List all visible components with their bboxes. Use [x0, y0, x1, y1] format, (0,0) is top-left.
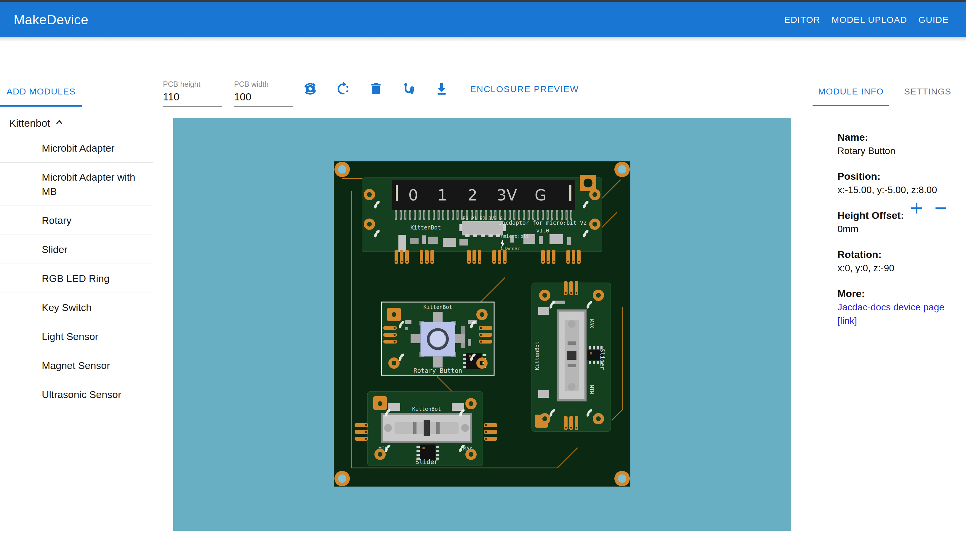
module-item-rotary[interactable]: Rotary [0, 205, 153, 235]
pcb-height-label: PCB height [163, 80, 222, 89]
jacdac-connector-block [462, 221, 503, 235]
flip-camera-rotate-icon [302, 81, 318, 97]
window-chrome-strip [0, 0, 966, 2]
microbit-edge-connector [392, 180, 575, 210]
brand-label-adapter: KittenBot [411, 224, 441, 231]
module-item-light-sensor[interactable]: Light Sensor [0, 322, 153, 351]
pin-labels: P0 P1 P2 3V3 G [463, 215, 503, 221]
app-nav: EDITOR MODEL UPLOAD GUIDE [784, 15, 949, 25]
adapter-version: v1.0 [536, 227, 549, 234]
svg-text:2: 2 [467, 186, 477, 204]
rotation-value: x:0, y:0, z:-90 [838, 261, 948, 275]
svg-text:1: 1 [437, 186, 447, 204]
tab-add-modules[interactable]: ADD MODULES [0, 77, 82, 105]
delete-button[interactable] [368, 81, 384, 97]
pcb-width-input[interactable] [234, 91, 293, 107]
height-offset-value: 0mm [838, 222, 948, 236]
enclosure-preview-button[interactable]: ENCLOSURE PREVIEW [470, 84, 579, 94]
app-bar-shadow [0, 37, 966, 42]
app-title: MakeDevice [14, 12, 89, 28]
tab-settings[interactable]: SETTINGS [889, 77, 966, 105]
jacdac-docs-link[interactable]: Jacdac-docs device page [link] [838, 300, 948, 328]
vslider-module-label: Slider [599, 348, 606, 370]
route-icon [401, 81, 417, 97]
svg-text:3V: 3V [497, 186, 517, 204]
microbit-direction-label: ↑micro:bit [500, 233, 529, 239]
brand-label-vslider: KittenBot [534, 341, 540, 370]
plus-icon [909, 201, 924, 215]
height-offset-decrease-button[interactable] [933, 201, 948, 215]
name-label: Name: [838, 130, 948, 144]
pcb-canvas[interactable]: 0 1 2 3V G P0 P1 P2 3V3 G KittenBot Jacd… [173, 118, 791, 531]
rotate-right-icon [335, 81, 351, 97]
svg-text:0: 0 [408, 186, 418, 204]
module-item-rgb-led-ring[interactable]: RGB LED Ring [0, 264, 153, 292]
module-info-panel: Name: Rotary Button Position: x:-15.00, … [838, 130, 948, 339]
module-item-magnet-sensor[interactable]: Magnet Sensor [0, 351, 153, 379]
download-button[interactable] [434, 81, 450, 97]
minus-icon [933, 201, 948, 215]
app-bar: MakeDevice EDITOR MODEL UPLOAD GUIDE [0, 2, 966, 37]
chevron-up-icon [55, 117, 64, 129]
adapter-title: Jacdaptor for micro:bit V2 [499, 220, 586, 226]
rotate-view-button[interactable] [335, 81, 351, 97]
module-item-microbit-adapter-mb[interactable]: Microbit Adapter with MB [0, 162, 153, 205]
trash-icon [368, 81, 384, 97]
height-offset-stepper [909, 201, 948, 215]
more-label: More: [838, 287, 948, 300]
name-value: Rotary Button [838, 144, 948, 158]
module-group-label: Kittenbot [9, 117, 50, 129]
add-modules-tab-indicator [0, 105, 82, 107]
pcb-height-field: PCB height [163, 80, 222, 107]
module-info-tab-indicator [813, 105, 889, 106]
pcb-width-label: PCB width [234, 80, 293, 89]
rotation-label: Rotation: [838, 248, 948, 261]
module-item-ultrasonic-sensor[interactable]: Ultrasonic Sensor [0, 379, 153, 409]
pcb-height-input[interactable] [163, 91, 222, 107]
slider-vertical-body [557, 309, 586, 401]
app-root: MakeDevice EDITOR MODEL UPLOAD GUIDE ADD… [0, 0, 966, 560]
nav-model-upload[interactable]: MODEL UPLOAD [831, 15, 907, 25]
route-traces-button[interactable] [401, 81, 417, 97]
vslider-min-label: MIN [588, 385, 595, 394]
rotate-module-button[interactable] [302, 81, 318, 97]
module-item-slider[interactable]: Slider [0, 235, 153, 264]
position-label: Position: [838, 169, 948, 183]
nav-guide[interactable]: GUIDE [918, 15, 949, 25]
svg-text:G: G [535, 186, 547, 204]
position-value: x:-15.00, y:-5.00, z:8.00 [838, 183, 948, 197]
module-list: Microbit Adapter Microbit Adapter with M… [0, 134, 153, 409]
pcb-width-field: PCB width [234, 80, 293, 107]
brand-label-rotary: KittenBot [423, 304, 452, 310]
module-item-key-switch[interactable]: Key Switch [0, 292, 153, 322]
slider-horizontal-body [381, 413, 472, 443]
rotary-module-label: Rotary Button [414, 367, 462, 374]
vslider-max-label: MAX [588, 319, 595, 328]
height-offset-increase-button[interactable] [909, 201, 924, 215]
toolbar-icons [302, 81, 450, 97]
pcb-board[interactable]: 0 1 2 3V G P0 P1 P2 3V3 G KittenBot Jacd… [334, 161, 630, 486]
nav-editor[interactable]: EDITOR [784, 15, 820, 25]
hslider-module-label: Slider [415, 458, 438, 466]
download-icon [434, 81, 450, 97]
brand-label-hslider: KittenBot [412, 406, 441, 412]
module-group-kittenbot[interactable]: Kittenbot [9, 117, 64, 129]
module-item-microbit-adapter[interactable]: Microbit Adapter [0, 134, 153, 162]
tab-module-info[interactable]: MODULE INFO [813, 77, 889, 105]
